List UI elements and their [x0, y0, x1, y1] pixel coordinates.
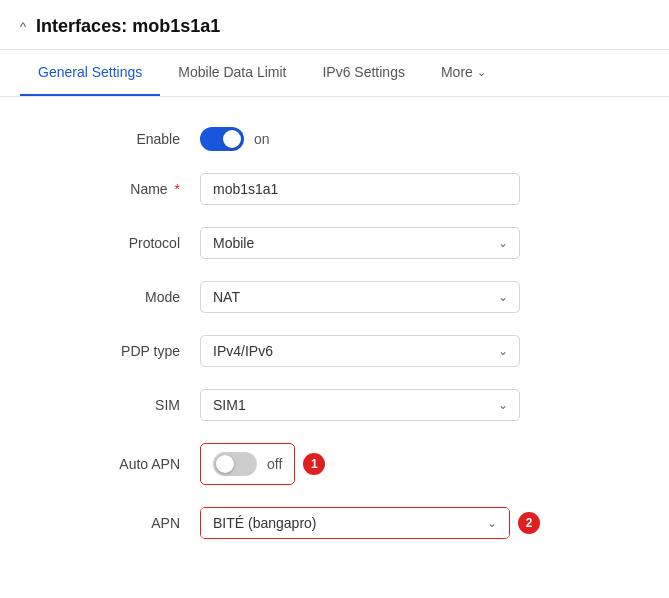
tab-bar: General Settings Mobile Data Limit IPv6 … [0, 50, 669, 97]
mode-control: NAT ⌄ [200, 281, 520, 313]
toggle-slider [213, 452, 257, 476]
name-row: Name * [60, 173, 609, 205]
enable-toggle-wrap: on [200, 127, 520, 151]
auto-apn-content: off 1 [200, 443, 325, 485]
mode-select[interactable]: NAT [200, 281, 520, 313]
auto-apn-label: Auto APN [60, 456, 200, 472]
tab-general-settings[interactable]: General Settings [20, 50, 160, 96]
tab-more[interactable]: More ⌄ [423, 50, 504, 96]
auto-apn-badge: 1 [303, 453, 325, 475]
auto-apn-toggle-label: off [267, 456, 282, 472]
protocol-select-wrap: Mobile ⌄ [200, 227, 520, 259]
mode-label: Mode [60, 289, 200, 305]
apn-badge: 2 [518, 512, 540, 534]
sim-select[interactable]: SIM1 [200, 389, 520, 421]
mode-row: Mode NAT ⌄ [60, 281, 609, 313]
pdp-type-label: PDP type [60, 343, 200, 359]
collapse-icon[interactable]: ^ [20, 19, 26, 34]
apn-select-bordered: BITÉ (bangapro) ⌄ [200, 507, 510, 539]
enable-row: Enable on [60, 127, 609, 151]
pdp-type-control: IPv4/IPv6 ⌄ [200, 335, 520, 367]
sim-select-wrap: SIM1 ⌄ [200, 389, 520, 421]
chevron-down-icon: ⌄ [477, 66, 486, 79]
page-header: ^ Interfaces: mob1s1a1 [0, 0, 669, 50]
protocol-select[interactable]: Mobile [200, 227, 520, 259]
name-input[interactable] [200, 173, 520, 205]
sim-row: SIM SIM1 ⌄ [60, 389, 609, 421]
tab-mobile-data-limit[interactable]: Mobile Data Limit [160, 50, 304, 96]
pdp-type-select[interactable]: IPv4/IPv6 [200, 335, 520, 367]
protocol-control: Mobile ⌄ [200, 227, 520, 259]
pdp-type-row: PDP type IPv4/IPv6 ⌄ [60, 335, 609, 367]
name-label: Name * [60, 181, 200, 197]
required-star: * [175, 181, 180, 197]
pdp-type-select-wrap: IPv4/IPv6 ⌄ [200, 335, 520, 367]
toggle-slider [200, 127, 244, 151]
apn-select[interactable]: BITÉ (bangapro) [201, 508, 509, 538]
name-control [200, 173, 520, 205]
tab-ipv6-settings[interactable]: IPv6 Settings [304, 50, 423, 96]
enable-control: on [200, 127, 520, 151]
auto-apn-row: Auto APN off 1 [60, 443, 609, 485]
apn-row: APN BITÉ (bangapro) ⌄ 2 [60, 507, 609, 539]
enable-toggle[interactable] [200, 127, 244, 151]
sim-control: SIM1 ⌄ [200, 389, 520, 421]
enable-label: Enable [60, 131, 200, 147]
enable-toggle-label: on [254, 131, 270, 147]
auto-apn-toggle[interactable] [213, 452, 257, 476]
protocol-label: Protocol [60, 235, 200, 251]
apn-label: APN [60, 515, 200, 531]
mode-select-wrap: NAT ⌄ [200, 281, 520, 313]
sim-label: SIM [60, 397, 200, 413]
page-title: Interfaces: mob1s1a1 [36, 16, 220, 37]
form-body: Enable on Name * Protocol Mobile [0, 97, 669, 591]
auto-apn-bordered: off [200, 443, 295, 485]
protocol-row: Protocol Mobile ⌄ [60, 227, 609, 259]
apn-content: BITÉ (bangapro) ⌄ 2 [200, 507, 540, 539]
